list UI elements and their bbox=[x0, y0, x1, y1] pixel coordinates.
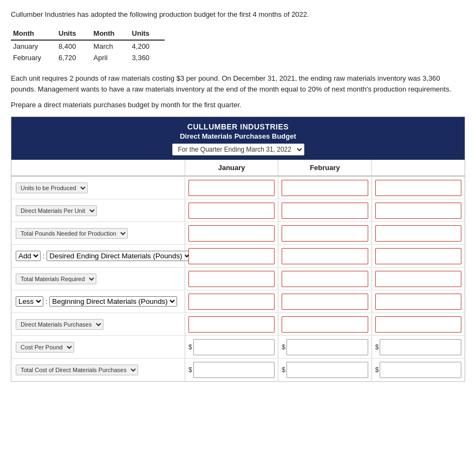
row-label-units-produced[interactable]: Units to be Produced bbox=[11, 179, 185, 197]
budget-col-headers: January February bbox=[11, 160, 465, 177]
total-materials-jan-input[interactable] bbox=[188, 271, 275, 287]
total-cost-total[interactable]: $ bbox=[371, 359, 465, 381]
total-pounds-jan[interactable] bbox=[185, 223, 278, 244]
budget-period[interactable]: For the Quarter Ending March 31, 2022 bbox=[172, 144, 304, 155]
row-label-add-desired[interactable]: Add : Desired Ending Direct Materials (P… bbox=[11, 248, 185, 264]
dm-purchases-jan[interactable] bbox=[185, 314, 278, 335]
beginning-dm-total[interactable] bbox=[371, 291, 465, 313]
units-produced-total-input[interactable] bbox=[375, 180, 461, 196]
dm-purchases-total[interactable] bbox=[371, 314, 465, 335]
beginning-dm-select[interactable]: Beginning Direct Materials (Pounds) bbox=[49, 296, 177, 307]
cost-per-pound-select[interactable]: Cost Per Pound bbox=[16, 342, 74, 353]
dm-per-unit-select[interactable]: Direct Materials Per Unit bbox=[16, 205, 97, 216]
col-header-month2: Month bbox=[92, 27, 130, 40]
desired-ending-total[interactable] bbox=[371, 245, 465, 267]
desired-ending-jan[interactable] bbox=[185, 245, 278, 267]
cost-per-pound-total[interactable]: $ bbox=[371, 336, 465, 358]
desired-ending-select[interactable]: Desired Ending Direct Materials (Pounds) bbox=[47, 251, 192, 261]
dm-per-unit-total[interactable] bbox=[371, 200, 465, 222]
budget-company: CULLUMBER INDUSTRIES bbox=[11, 122, 465, 131]
budget-container: CULLUMBER INDUSTRIES Direct Materials Pu… bbox=[11, 116, 465, 382]
total-pounds-total-input[interactable] bbox=[375, 225, 461, 242]
budget-row-dm-purchases: Direct Materials Purchases bbox=[11, 313, 465, 336]
add-select[interactable]: Add bbox=[16, 251, 41, 261]
cost-per-pound-total-input[interactable] bbox=[380, 339, 461, 355]
dm-per-unit-jan-input[interactable] bbox=[188, 203, 275, 219]
units-produced-total[interactable] bbox=[371, 177, 465, 199]
beginning-dm-jan[interactable] bbox=[185, 291, 278, 313]
cost-per-pound-jan[interactable]: $ bbox=[185, 336, 278, 358]
units-produced-feb-input[interactable] bbox=[282, 180, 368, 196]
total-materials-jan[interactable] bbox=[185, 268, 278, 290]
budget-period-select[interactable]: For the Quarter Ending March 31, 2022 bbox=[172, 144, 304, 155]
dm-per-unit-feb[interactable] bbox=[278, 200, 371, 222]
total-cost-select[interactable]: Total Cost of Direct Materials Purchases bbox=[16, 365, 138, 375]
col-header-month1: Month bbox=[11, 27, 56, 40]
total-materials-select[interactable]: Total Materials Required bbox=[16, 274, 96, 284]
col-header-units1: Units bbox=[56, 27, 92, 40]
row-label-dm-purchases[interactable]: Direct Materials Purchases bbox=[11, 316, 185, 333]
total-cost-jan[interactable]: $ bbox=[185, 359, 278, 381]
beginning-dm-feb[interactable] bbox=[278, 291, 371, 313]
budget-row-dm-per-unit: Direct Materials Per Unit bbox=[11, 199, 465, 222]
dm-purchases-jan-input[interactable] bbox=[188, 316, 275, 333]
dm-purchases-select[interactable]: Direct Materials Purchases bbox=[16, 319, 103, 330]
total-materials-total[interactable] bbox=[371, 268, 465, 290]
budget-row-total-cost: Total Cost of Direct Materials Purchases… bbox=[11, 359, 465, 381]
col-label-january: January bbox=[185, 160, 278, 175]
row-label-less-beginning[interactable]: Less : Beginning Direct Materials (Pound… bbox=[11, 293, 185, 310]
row-label-total-cost[interactable]: Total Cost of Direct Materials Purchases bbox=[11, 361, 185, 379]
total-pounds-feb-input[interactable] bbox=[282, 225, 368, 242]
total-pounds-select[interactable]: Total Pounds Needed for Production bbox=[16, 228, 128, 239]
col-header-units2: Units bbox=[130, 27, 165, 40]
total-materials-feb-input[interactable] bbox=[282, 271, 368, 287]
desired-ending-jan-input[interactable] bbox=[188, 248, 275, 264]
beginning-dm-feb-input[interactable] bbox=[282, 294, 368, 310]
dollar-total-7: $ bbox=[375, 343, 379, 351]
dm-purchases-total-input[interactable] bbox=[375, 316, 461, 333]
beginning-dm-total-input[interactable] bbox=[375, 294, 461, 310]
total-materials-total-input[interactable] bbox=[375, 271, 461, 287]
desired-ending-feb[interactable] bbox=[278, 245, 371, 267]
budget-row-cost-per-pound: Cost Per Pound $ $ $ bbox=[11, 336, 465, 359]
units-produced-jan-input[interactable] bbox=[188, 180, 275, 196]
total-cost-total-input[interactable] bbox=[380, 362, 461, 378]
col-label-three bbox=[371, 160, 465, 175]
desired-ending-feb-input[interactable] bbox=[282, 248, 368, 264]
budget-row-add-desired: Add : Desired Ending Direct Materials (P… bbox=[11, 245, 465, 268]
row-label-total-pounds[interactable]: Total Pounds Needed for Production bbox=[11, 225, 185, 242]
less-select[interactable]: Less bbox=[16, 296, 43, 307]
units-produced-feb[interactable] bbox=[278, 177, 371, 199]
dm-per-unit-jan[interactable] bbox=[185, 200, 278, 222]
cost-per-pound-feb[interactable]: $ bbox=[278, 336, 371, 358]
colon-separator: : bbox=[43, 252, 44, 260]
desired-ending-total-input[interactable] bbox=[375, 248, 461, 264]
row-label-dm-per-unit[interactable]: Direct Materials Per Unit bbox=[11, 202, 185, 219]
dm-purchases-feb-input[interactable] bbox=[282, 316, 368, 333]
total-pounds-jan-input[interactable] bbox=[188, 225, 275, 242]
budget-row-units-produced: Units to be Produced bbox=[11, 177, 465, 199]
row-label-total-materials[interactable]: Total Materials Required bbox=[11, 270, 185, 288]
row-label-cost-per-pound[interactable]: Cost Per Pound bbox=[11, 339, 185, 356]
total-pounds-feb[interactable] bbox=[278, 223, 371, 244]
col-label-blank bbox=[11, 160, 185, 175]
total-materials-feb[interactable] bbox=[278, 268, 371, 290]
total-pounds-total[interactable] bbox=[371, 223, 465, 244]
beginning-dm-jan-input[interactable] bbox=[188, 294, 275, 310]
production-table: Month Units Month Units January 8,400 Ma… bbox=[11, 27, 165, 63]
dm-per-unit-feb-input[interactable] bbox=[282, 203, 368, 219]
units-produced-jan[interactable] bbox=[185, 177, 278, 199]
intro-text: Cullumber Industries has adopted the fol… bbox=[11, 10, 465, 19]
total-cost-jan-input[interactable] bbox=[193, 362, 275, 378]
budget-title: Direct Materials Purchases Budget bbox=[11, 132, 465, 140]
table-row: January 8,400 March 4,200 bbox=[11, 40, 165, 52]
prepare-text: Prepare a direct materials purchases bud… bbox=[11, 101, 465, 109]
cost-per-pound-feb-input[interactable] bbox=[286, 339, 368, 355]
dm-purchases-feb[interactable] bbox=[278, 314, 371, 335]
total-cost-feb[interactable]: $ bbox=[278, 359, 371, 381]
total-cost-feb-input[interactable] bbox=[286, 362, 368, 378]
cost-per-pound-jan-input[interactable] bbox=[193, 339, 275, 355]
dm-per-unit-total-input[interactable] bbox=[375, 203, 461, 219]
budget-header: CULLUMBER INDUSTRIES Direct Materials Pu… bbox=[11, 117, 465, 160]
units-produced-select[interactable]: Units to be Produced bbox=[16, 183, 88, 193]
